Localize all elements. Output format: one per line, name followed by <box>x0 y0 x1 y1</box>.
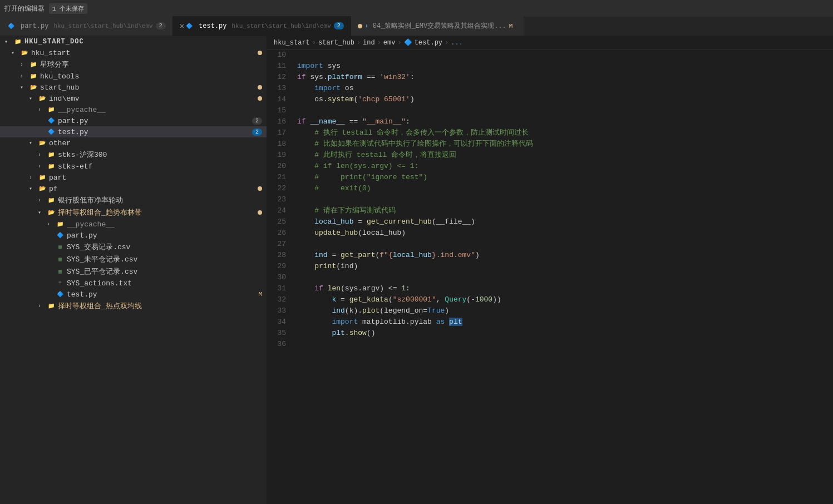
tab-part-py-path: hku_start\start_hub\ind\emv <box>53 23 152 29</box>
sidebar-item-hku_tools[interactable]: 📁 hku_tools <box>0 71 267 82</box>
pf-dot <box>258 186 262 191</box>
part-py-pf-label: part.py <box>67 231 267 240</box>
ind_emv-label: ind\emv <box>49 95 258 103</box>
sidebar-item-part-py-pf[interactable]: 🔷 part.py <box>0 230 267 241</box>
start_hub-icon: 📂 <box>29 83 38 92</box>
code-line-17: 17 # 执行 testall 命令时，会多传入一个参数，防止测试时间过长 <box>267 127 833 139</box>
breadcrumb-hku_start: hku_start <box>274 39 310 47</box>
line-content-16: if __name__ == "__main__": <box>295 116 833 127</box>
sys-closed-icon: ▦ <box>56 267 65 276</box>
xingqiu-label: 星球分享 <box>40 60 267 70</box>
sidebar-item-pf[interactable]: 📂 pf <box>0 183 267 194</box>
code-area: 10 11 import sys 12 if sys.platform == '… <box>267 50 833 350</box>
sidebar-item-pycache[interactable]: 📁 __pycache__ <box>0 104 267 115</box>
line-content-31: if len(sys.argv) <= 1: <box>295 283 833 294</box>
start_hub-dot <box>258 85 262 90</box>
line-content-17: # 执行 testall 命令时，会多传入一个参数，防止测试时间过长 <box>295 127 833 139</box>
tab-test-py-close[interactable]: ✕ <box>180 21 184 31</box>
line-num-19: 19 <box>267 150 295 161</box>
pycache-arrow <box>38 107 47 113</box>
tab-test-py-name: test.py <box>199 22 226 30</box>
zeshi-dot <box>258 210 262 215</box>
main-area: 📁 HKU_START_DOC 📂 hku_start 📁 星球分享 📁 hku… <box>0 36 833 504</box>
zeshi-arrow <box>38 209 47 216</box>
code-line-18: 18 # 比如如果在测试代码中执行了绘图操作，可以打开下面的注释代码 <box>267 139 833 150</box>
sidebar-item-pycache2[interactable]: 📁 __pycache__ <box>0 219 267 230</box>
line-content-32: k = get_kdata("sz000001", Query(-1000)) <box>295 294 833 305</box>
breadcrumb-ind: ind <box>363 39 375 47</box>
sidebar-item-yinhang[interactable]: 📁 银行股低市净率轮动 <box>0 194 267 206</box>
sidebar-item-zeshi2[interactable]: 📁 择时等权组合_热点双均线 <box>0 300 267 312</box>
sidebar: 📁 HKU_START_DOC 📂 hku_start 📁 星球分享 📁 hku… <box>0 36 267 504</box>
tab-doc-dot <box>358 24 362 28</box>
tab-test-py-path: hku_start\start_hub\ind\emv <box>232 23 331 29</box>
tab-doc[interactable]: ⬇ 04_策略实例_EMV交易策略及其组合实现... M <box>351 16 525 36</box>
sidebar-item-other[interactable]: 📂 other <box>0 137 267 149</box>
tab-doc-badge: M <box>509 23 513 29</box>
sidebar-item-xingqiu[interactable]: 📁 星球分享 <box>0 58 267 71</box>
start_hub-label: start_hub <box>40 83 258 92</box>
zeshi-icon: 📂 <box>47 208 56 217</box>
code-line-21: 21 # print("ignore test") <box>267 172 833 183</box>
hku_start-arrow <box>11 50 20 56</box>
line-num-30: 30 <box>267 272 295 283</box>
stks-etf-icon: 📁 <box>47 162 56 171</box>
stks-etf-arrow <box>38 164 47 170</box>
test-py-label: test.py <box>58 128 252 136</box>
pycache-label: __pycache__ <box>58 106 267 114</box>
code-editor[interactable]: 10 11 import sys 12 if sys.platform == '… <box>267 50 833 504</box>
line-num-17: 17 <box>267 127 295 139</box>
test-py-icon: 🔷 <box>47 127 56 136</box>
hku_start-label: hku_start <box>31 49 258 57</box>
breadcrumb-start_hub: start_hub <box>318 39 354 47</box>
sys-closed-label: SYS_已平仓记录.csv <box>67 266 267 276</box>
line-num-13: 13 <box>267 83 295 94</box>
other-label: other <box>49 139 267 147</box>
sys-open-label: SYS_未平仓记录.csv <box>67 254 267 264</box>
tabs-bar: 🔷 part.py hku_start\start_hub\ind\emv 2 … <box>0 17 833 36</box>
sidebar-item-ind-emv[interactable]: 📂 ind\emv <box>0 93 267 104</box>
line-content-18: # 比如如果在测试代码中执行了绘图操作，可以打开下面的注释代码 <box>295 139 833 150</box>
tab-part-py[interactable]: 🔷 part.py hku_start\start_hub\ind\emv 2 <box>0 16 173 36</box>
sidebar-item-zeshi[interactable]: 📂 择时等权组合_趋势布林带 <box>0 206 267 219</box>
other-icon: 📂 <box>38 139 47 147</box>
sidebar-item-sys-closed[interactable]: ▦ SYS_已平仓记录.csv <box>0 265 267 278</box>
stks-hushen-icon: 📁 <box>47 150 56 159</box>
sidebar-item-stks-hushen[interactable]: 📁 stks-沪深300 <box>0 149 267 161</box>
sidebar-item-test-py[interactable]: 🔷 test.py 2 <box>0 126 267 137</box>
line-num-21: 21 <box>267 172 295 183</box>
sidebar-item-stks-etf[interactable]: 📁 stks-etf <box>0 161 267 172</box>
line-num-26: 26 <box>267 228 295 239</box>
sidebar-item-hku_start[interactable]: 📂 hku_start <box>0 47 267 58</box>
sidebar-item-start_hub[interactable]: 📂 start_hub <box>0 82 267 93</box>
code-editor-panel: hku_start › start_hub › ind › emv › 🔷 te… <box>267 36 833 504</box>
sidebar-item-sys-open[interactable]: ▦ SYS_未平仓记录.csv <box>0 253 267 265</box>
part-py-pf-icon: 🔷 <box>56 231 65 240</box>
sidebar-item-part[interactable]: 📁 part <box>0 172 267 183</box>
ind_emv-arrow <box>29 95 38 102</box>
doc-icon: ⬇ <box>365 23 368 29</box>
tab-test-py[interactable]: ✕ 🔷 test.py hku_start\start_hub\ind\emv … <box>173 16 351 36</box>
sidebar-item-test-py-pf[interactable]: 🔷 test.py M <box>0 289 267 300</box>
part-label: part <box>49 174 267 182</box>
code-line-24: 24 # 请在下方编写测试代码 <box>267 205 833 216</box>
code-line-13: 13 import os <box>267 83 833 94</box>
start_hub-arrow <box>20 84 29 91</box>
xingqiu-icon: 📁 <box>29 60 38 69</box>
breadcrumb-dots: ... <box>451 39 463 47</box>
code-line-22: 22 # exit(0) <box>267 183 833 194</box>
line-content-35: plt.show() <box>295 328 833 339</box>
pycache2-label: __pycache__ <box>67 220 267 229</box>
line-num-35: 35 <box>267 328 295 339</box>
sidebar-root[interactable]: 📁 HKU_START_DOC <box>0 36 267 47</box>
yinhang-icon: 📁 <box>47 196 56 205</box>
line-num-11: 11 <box>267 61 295 72</box>
code-line-30: 30 <box>267 272 833 283</box>
line-content-19: # 此时执行 testall 命令时，将直接返回 <box>295 150 833 161</box>
sidebar-item-sys-actions[interactable]: ≡ SYS_actions.txt <box>0 278 267 289</box>
hku_tools-arrow <box>20 73 29 80</box>
code-line-12: 12 if sys.platform == 'win32': <box>267 72 833 83</box>
code-line-34: 34 import matplotlib.pylab as plt <box>267 317 833 328</box>
sidebar-item-part-py[interactable]: 🔷 part.py 2 <box>0 115 267 126</box>
sidebar-item-sys-trades[interactable]: ▦ SYS_交易记录.csv <box>0 241 267 253</box>
